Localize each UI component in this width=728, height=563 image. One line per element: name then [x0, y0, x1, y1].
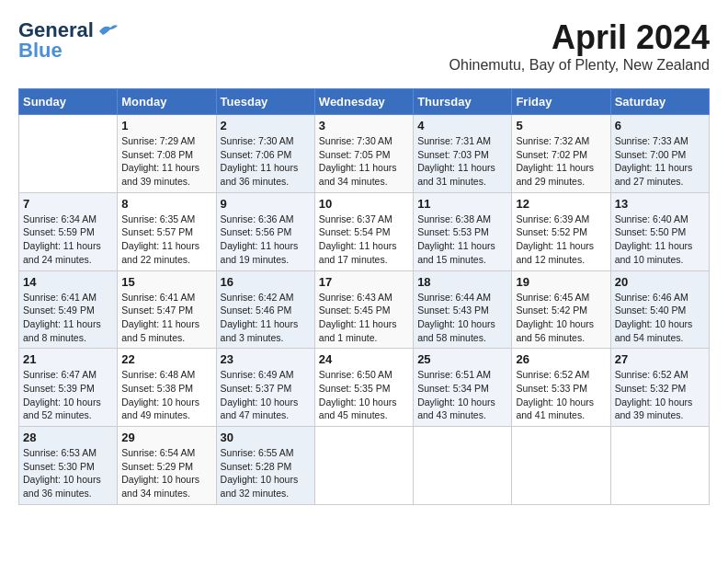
day-number: 22	[121, 352, 211, 366]
day-info: Sunrise: 7:32 AM Sunset: 7:02 PM Dayligh…	[516, 134, 606, 189]
header-thursday: Thursday	[414, 89, 512, 115]
day-number: 28	[23, 431, 113, 444]
day-info: Sunrise: 6:38 AM Sunset: 5:53 PM Dayligh…	[417, 213, 507, 267]
calendar-cell: 4Sunrise: 7:31 AM Sunset: 7:03 PM Daylig…	[414, 115, 512, 193]
day-info: Sunrise: 6:35 AM Sunset: 5:57 PM Dayligh…	[121, 213, 211, 267]
calendar-cell: 6Sunrise: 7:33 AM Sunset: 7:00 PM Daylig…	[610, 115, 709, 193]
calendar-cell: 29Sunrise: 6:54 AM Sunset: 5:29 PM Dayli…	[118, 427, 216, 505]
day-info: Sunrise: 6:45 AM Sunset: 5:42 PM Dayligh…	[516, 291, 606, 345]
day-info: Sunrise: 6:48 AM Sunset: 5:38 PM Dayligh…	[121, 368, 211, 422]
calendar-cell	[610, 427, 709, 505]
week-row-2: 7Sunrise: 6:34 AM Sunset: 5:59 PM Daylig…	[19, 192, 710, 270]
day-info: Sunrise: 6:55 AM Sunset: 5:28 PM Dayligh…	[221, 446, 311, 500]
day-number: 3	[319, 119, 409, 132]
calendar-cell: 17Sunrise: 6:43 AM Sunset: 5:45 PM Dayli…	[314, 270, 413, 349]
location-subtitle: Ohinemutu, Bay of Plenty, New Zealand	[449, 57, 710, 74]
day-number: 30	[221, 431, 311, 444]
day-info: Sunrise: 6:51 AM Sunset: 5:34 PM Dayligh…	[417, 368, 507, 422]
day-info: Sunrise: 6:42 AM Sunset: 5:46 PM Dayligh…	[221, 291, 311, 345]
calendar-cell: 15Sunrise: 6:41 AM Sunset: 5:47 PM Dayli…	[118, 270, 216, 349]
day-info: Sunrise: 6:44 AM Sunset: 5:43 PM Dayligh…	[417, 291, 507, 345]
day-number: 2	[221, 119, 311, 132]
calendar-cell: 20Sunrise: 6:46 AM Sunset: 5:40 PM Dayli…	[610, 270, 709, 349]
header-monday: Monday	[118, 89, 216, 115]
day-info: Sunrise: 6:34 AM Sunset: 5:59 PM Dayligh…	[23, 213, 113, 267]
calendar-cell: 22Sunrise: 6:48 AM Sunset: 5:38 PM Dayli…	[118, 349, 216, 427]
day-info: Sunrise: 6:37 AM Sunset: 5:54 PM Dayligh…	[319, 213, 409, 267]
calendar-cell: 14Sunrise: 6:41 AM Sunset: 5:49 PM Dayli…	[19, 270, 118, 349]
day-info: Sunrise: 6:52 AM Sunset: 5:32 PM Dayligh…	[615, 368, 705, 422]
day-number: 5	[516, 119, 606, 132]
header-saturday: Saturday	[610, 89, 709, 115]
day-number: 9	[221, 197, 311, 211]
calendar-cell: 5Sunrise: 7:32 AM Sunset: 7:02 PM Daylig…	[512, 115, 610, 193]
header-tuesday: Tuesday	[216, 89, 314, 115]
title-block: April 2024 Ohinemutu, Bay of Plenty, New…	[449, 18, 710, 74]
day-info: Sunrise: 6:52 AM Sunset: 5:33 PM Dayligh…	[516, 368, 606, 422]
day-info: Sunrise: 6:40 AM Sunset: 5:50 PM Dayligh…	[615, 213, 705, 267]
header-sunday: Sunday	[19, 89, 118, 115]
day-number: 10	[319, 197, 409, 211]
day-number: 4	[417, 119, 507, 132]
day-info: Sunrise: 6:43 AM Sunset: 5:45 PM Dayligh…	[319, 291, 409, 345]
calendar-cell: 2Sunrise: 7:30 AM Sunset: 7:06 PM Daylig…	[216, 115, 314, 193]
day-number: 7	[23, 197, 113, 211]
header-friday: Friday	[512, 89, 610, 115]
calendar-cell: 21Sunrise: 6:47 AM Sunset: 5:39 PM Dayli…	[19, 349, 118, 427]
day-info: Sunrise: 6:39 AM Sunset: 5:52 PM Dayligh…	[516, 213, 606, 267]
day-number: 24	[319, 352, 409, 366]
day-info: Sunrise: 7:30 AM Sunset: 7:05 PM Dayligh…	[319, 134, 409, 189]
calendar-cell: 25Sunrise: 6:51 AM Sunset: 5:34 PM Dayli…	[414, 349, 512, 427]
logo-bird-icon	[97, 22, 118, 39]
calendar-cell	[414, 427, 512, 505]
day-number: 13	[615, 197, 705, 211]
day-info: Sunrise: 7:33 AM Sunset: 7:00 PM Dayligh…	[615, 134, 705, 189]
page-header: General Blue April 2024 Ohinemutu, Bay o…	[18, 18, 710, 74]
calendar-cell: 13Sunrise: 6:40 AM Sunset: 5:50 PM Dayli…	[610, 192, 709, 270]
day-info: Sunrise: 6:49 AM Sunset: 5:37 PM Dayligh…	[221, 368, 311, 422]
calendar-cell: 18Sunrise: 6:44 AM Sunset: 5:43 PM Dayli…	[414, 270, 512, 349]
day-number: 19	[516, 275, 606, 289]
calendar-cell	[512, 427, 610, 505]
calendar-header-row: SundayMondayTuesdayWednesdayThursdayFrid…	[19, 89, 710, 115]
calendar-cell: 28Sunrise: 6:53 AM Sunset: 5:30 PM Dayli…	[19, 427, 118, 505]
day-number: 21	[23, 352, 113, 366]
logo-blue: Blue	[18, 39, 63, 63]
day-number: 17	[319, 275, 409, 289]
day-number: 20	[615, 275, 705, 289]
day-number: 11	[417, 197, 507, 211]
day-number: 27	[615, 352, 705, 366]
day-info: Sunrise: 6:41 AM Sunset: 5:47 PM Dayligh…	[121, 291, 211, 345]
day-number: 18	[417, 275, 507, 289]
day-info: Sunrise: 6:41 AM Sunset: 5:49 PM Dayligh…	[23, 291, 113, 345]
week-row-3: 14Sunrise: 6:41 AM Sunset: 5:49 PM Dayli…	[19, 270, 710, 349]
day-number: 14	[23, 275, 113, 289]
week-row-4: 21Sunrise: 6:47 AM Sunset: 5:39 PM Dayli…	[19, 349, 710, 427]
calendar-cell: 27Sunrise: 6:52 AM Sunset: 5:32 PM Dayli…	[610, 349, 709, 427]
day-number: 1	[121, 119, 211, 132]
day-number: 23	[221, 352, 311, 366]
day-number: 26	[516, 352, 606, 366]
calendar-table: SundayMondayTuesdayWednesdayThursdayFrid…	[18, 88, 710, 505]
calendar-cell	[314, 427, 413, 505]
week-row-1: 1Sunrise: 7:29 AM Sunset: 7:08 PM Daylig…	[19, 115, 710, 193]
day-info: Sunrise: 6:46 AM Sunset: 5:40 PM Dayligh…	[615, 291, 705, 345]
day-info: Sunrise: 6:53 AM Sunset: 5:30 PM Dayligh…	[23, 446, 113, 500]
day-info: Sunrise: 6:50 AM Sunset: 5:35 PM Dayligh…	[319, 368, 409, 422]
calendar-cell: 24Sunrise: 6:50 AM Sunset: 5:35 PM Dayli…	[314, 349, 413, 427]
day-number: 29	[121, 431, 211, 444]
calendar-cell: 10Sunrise: 6:37 AM Sunset: 5:54 PM Dayli…	[314, 192, 413, 270]
calendar-cell: 3Sunrise: 7:30 AM Sunset: 7:05 PM Daylig…	[314, 115, 413, 193]
calendar-cell: 23Sunrise: 6:49 AM Sunset: 5:37 PM Dayli…	[216, 349, 314, 427]
day-number: 16	[221, 275, 311, 289]
calendar-cell: 26Sunrise: 6:52 AM Sunset: 5:33 PM Dayli…	[512, 349, 610, 427]
month-title: April 2024	[449, 18, 710, 57]
day-number: 12	[516, 197, 606, 211]
day-info: Sunrise: 6:36 AM Sunset: 5:56 PM Dayligh…	[221, 213, 311, 267]
calendar-cell: 8Sunrise: 6:35 AM Sunset: 5:57 PM Daylig…	[118, 192, 216, 270]
day-info: Sunrise: 6:47 AM Sunset: 5:39 PM Dayligh…	[23, 368, 113, 422]
header-wednesday: Wednesday	[314, 89, 413, 115]
day-info: Sunrise: 7:29 AM Sunset: 7:08 PM Dayligh…	[121, 134, 211, 189]
calendar-cell: 12Sunrise: 6:39 AM Sunset: 5:52 PM Dayli…	[512, 192, 610, 270]
calendar-cell: 16Sunrise: 6:42 AM Sunset: 5:46 PM Dayli…	[216, 270, 314, 349]
